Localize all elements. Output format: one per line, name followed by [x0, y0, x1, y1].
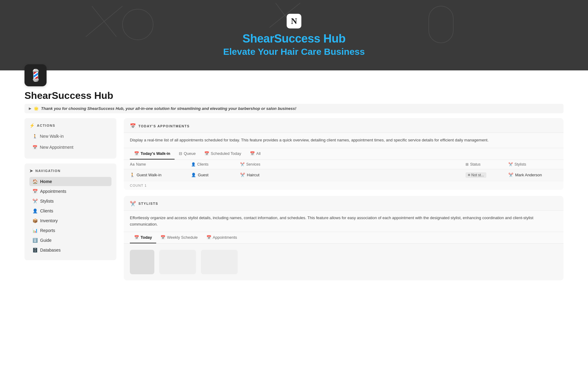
row-stylist-text: Mark Anderson [515, 173, 542, 177]
sidebar-item-home[interactable]: 🏠 Home [29, 177, 111, 186]
svg-rect-5 [429, 6, 453, 43]
sidebar-item-stylists[interactable]: ✂️ Stylists [29, 197, 111, 206]
row-client-icon: 👤 [191, 173, 196, 177]
tab-scheduled-today[interactable]: 📅 Scheduled Today [200, 148, 246, 159]
tab-queue[interactable]: ⊟ Queue [175, 148, 200, 159]
row-name: 🚶 Guest Walk-in [130, 173, 191, 177]
todays-appointments-card: 📅 TODAY'S APPOINTMENTS Display a real-ti… [124, 118, 564, 190]
banner-title: ShearSuccess Hub [243, 32, 345, 45]
new-walk-in-button[interactable]: 🚶 New Walk-in [29, 132, 111, 141]
bolt-icon: ⚡ [29, 123, 35, 128]
sidebar-item-home-label: Home [40, 179, 52, 184]
sidebar-item-stylists-label: Stylists [40, 199, 54, 204]
banner-subtitle: Elevate Your Hair Care Business [223, 47, 365, 57]
row-client-text: Guest [198, 173, 209, 177]
guide-icon: ℹ️ [32, 238, 38, 243]
notion-logo: N [287, 14, 301, 28]
databases-icon: 🗄️ [32, 248, 38, 253]
sidebar: ⚡ ACTIONS 🚶 New Walk-in 📅 New Appointmen… [24, 118, 116, 302]
content-area: 📅 TODAY'S APPOINTMENTS Display a real-ti… [124, 118, 564, 302]
svg-line-1 [86, 6, 123, 37]
col-status: ⊞ Status [466, 162, 508, 167]
callout-text: Thank you for choosing ShearSuccess Hub,… [41, 106, 296, 111]
sidebar-item-appointments-label: Appointments [40, 189, 66, 194]
sidebar-item-clients[interactable]: 👤 Clients [29, 206, 111, 215]
tab-scheduled-label: Scheduled Today [211, 151, 241, 156]
tab-walk-in-label: Today's Walk-in [141, 151, 170, 156]
callout-arrow: ▶ [29, 107, 31, 110]
col-services: ✂️ Services [240, 162, 466, 167]
navigation-icon: ➤ [29, 168, 34, 173]
navigation-title: ➤ NAVIGATION [29, 168, 111, 173]
row-client: 👤 Guest [191, 173, 240, 177]
tab-today[interactable]: 📅 Today [130, 232, 156, 243]
table-header: Aa Name 👤 Clients ✂️ Services ⊞ Status ✂… [124, 160, 564, 169]
stylists-icon: ✂️ [32, 199, 38, 204]
clients-icon: 👤 [32, 208, 38, 213]
stylists-card-header: ✂️ STYLISTS [124, 196, 564, 211]
tab-queue-label: Queue [184, 151, 196, 156]
callout-bar: ▶ 🌟 Thank you for choosing ShearSuccess … [24, 104, 564, 113]
stylist-schedule-placeholder [201, 250, 238, 274]
new-appointment-button[interactable]: 📅 New Appointment [29, 143, 111, 152]
col-name: Aa Name [130, 162, 191, 167]
appointments-tab-label: Appointments [213, 235, 237, 240]
appointments-header-icon: 📅 [130, 123, 136, 129]
appointments-description: Display a real-time list of all appointm… [124, 133, 564, 148]
page-title: ShearSuccess Hub [0, 86, 588, 103]
actions-section: ⚡ ACTIONS 🚶 New Walk-in 📅 New Appointmen… [24, 118, 116, 159]
sidebar-item-appointments[interactable]: 📅 Appointments [29, 187, 111, 196]
page-icon-area: 💈 [0, 70, 588, 86]
svg-point-2 [123, 9, 153, 40]
walk-in-label: New Walk-in [40, 134, 64, 139]
row-name-icon: 🚶 [130, 173, 135, 177]
row-service-text: Haircut [247, 173, 259, 177]
appointment-label: New Appointment [40, 145, 74, 150]
count-value: 1 [145, 184, 147, 187]
status-badge: Not st... [466, 172, 486, 178]
sidebar-item-guide[interactable]: ℹ️ Guide [29, 236, 111, 245]
col-stylists: ✂️ Stylists [508, 162, 557, 167]
stylist-row-placeholder [124, 244, 564, 280]
sidebar-item-databases[interactable]: 🗄️ Databases [29, 245, 111, 255]
sidebar-item-reports[interactable]: 📊 Reports [29, 226, 111, 235]
actions-title: ⚡ ACTIONS [29, 123, 111, 128]
today-tab-icon: 📅 [134, 235, 139, 240]
table-row: 🚶 Guest Walk-in 👤 Guest ✂️ Haircut Not s… [124, 169, 564, 181]
tab-appointments[interactable]: 📅 Appointments [202, 232, 242, 243]
tab-all[interactable]: 📅 All [246, 148, 265, 159]
count-label: COUNT [130, 184, 143, 187]
tab-all-icon: 📅 [250, 151, 255, 156]
navigation-section: ➤ NAVIGATION 🏠 Home 📅 Appointments ✂️ St… [24, 163, 116, 260]
today-tab-label: Today [141, 235, 152, 240]
tab-todays-walk-in[interactable]: 📅 Today's Walk-in [130, 148, 175, 159]
row-service-icon: ✂️ [240, 173, 245, 177]
callout-star: 🌟 [34, 106, 39, 111]
stylists-description: Effortlessly organize and access stylist… [124, 211, 564, 232]
stylists-header-icon: ✂️ [130, 201, 136, 207]
appointments-tab-icon: 📅 [206, 235, 211, 240]
home-icon: 🏠 [32, 179, 38, 184]
sidebar-item-guide-label: Guide [40, 238, 51, 243]
svg-line-4 [270, 3, 300, 28]
row-stylist-icon: ✂️ [508, 173, 513, 177]
row-status: Not st... [466, 172, 508, 178]
tab-weekly-schedule[interactable]: 📅 Weekly Schedule [156, 232, 202, 243]
row-name-text: Guest Walk-in [137, 173, 161, 177]
stylists-card: ✂️ STYLISTS Effortlessly organize and ac… [124, 196, 564, 281]
sidebar-item-databases-label: Databases [40, 248, 61, 253]
tab-queue-icon: ⊟ [179, 151, 182, 156]
appointment-icon: 📅 [32, 145, 37, 150]
row-service: ✂️ Haircut [240, 173, 466, 177]
sidebar-item-inventory[interactable]: 📦 Inventory [29, 216, 111, 225]
page-icon: 💈 [24, 64, 47, 86]
tab-walk-in-icon: 📅 [134, 151, 139, 156]
tab-scheduled-icon: 📅 [204, 151, 209, 156]
tab-all-label: All [256, 151, 261, 156]
walk-in-icon: 🚶 [32, 134, 37, 139]
sidebar-item-clients-label: Clients [40, 208, 53, 213]
weekly-tab-label: Weekly Schedule [167, 235, 198, 240]
svg-line-0 [92, 6, 116, 37]
appointments-icon: 📅 [32, 189, 38, 194]
stylist-avatar-placeholder [130, 250, 154, 274]
